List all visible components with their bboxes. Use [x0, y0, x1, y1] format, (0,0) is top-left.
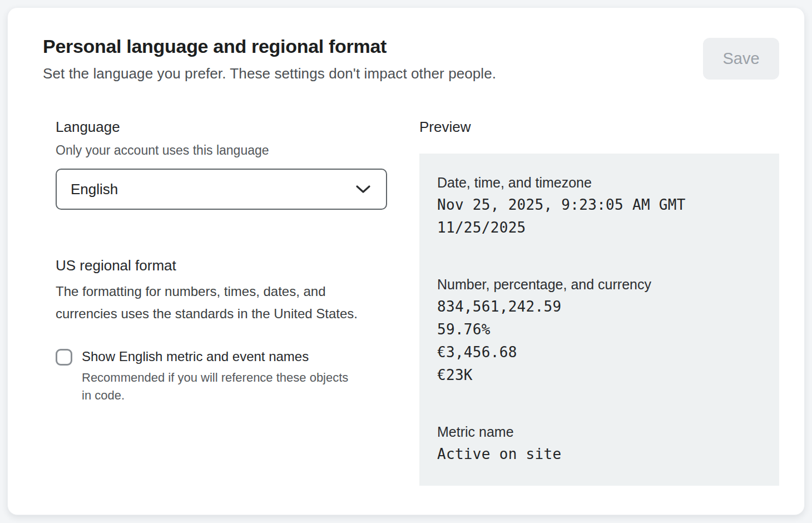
- language-description: Only your account uses this language: [56, 143, 387, 158]
- preview-value: Nov 25, 2025, 9:23:05 AM GMT: [437, 194, 761, 216]
- preview-value: €23K: [437, 364, 761, 387]
- checkbox-label: Show English metric and event names: [82, 347, 349, 366]
- preview-value: 11/25/2025: [437, 216, 761, 239]
- page-title: Personal language and regional format: [43, 36, 496, 57]
- preview-heading: Preview: [419, 118, 779, 136]
- chevron-down-icon: [355, 184, 371, 194]
- preview-value: Active on site: [437, 443, 761, 466]
- card-header: Personal language and regional format Se…: [36, 36, 779, 82]
- language-heading: Language: [56, 118, 387, 136]
- preview-panel: Date, time, and timezone Nov 25, 2025, 9…: [419, 154, 779, 486]
- settings-card: Personal language and regional format Se…: [7, 7, 805, 515]
- metric-names-checkbox-row[interactable]: Show English metric and event names Reco…: [56, 347, 387, 404]
- regional-format-description: The formatting for numbers, times, dates…: [56, 280, 387, 325]
- page-subtitle: Set the language you prefer. These setti…: [43, 65, 496, 82]
- preview-column: Preview Date, time, and timezone Nov 25,…: [419, 118, 779, 486]
- preview-group-label: Number, percentage, and currency: [437, 273, 761, 295]
- language-section: Language Only your account uses this lan…: [56, 118, 387, 210]
- metric-names-checkbox[interactable]: [56, 349, 72, 366]
- regional-format-heading: US regional format: [56, 256, 387, 274]
- preview-group-label: Metric name: [437, 421, 761, 443]
- language-select[interactable]: English: [56, 169, 387, 210]
- preview-group-metric: Metric name Active on site: [437, 421, 761, 466]
- preview-group-datetime: Date, time, and timezone Nov 25, 2025, 9…: [437, 171, 761, 239]
- save-button[interactable]: Save: [703, 38, 779, 80]
- preview-value: 834,561,242.59: [437, 295, 761, 318]
- settings-left-column: Language Only your account uses this lan…: [56, 118, 387, 486]
- checkbox-text-block: Show English metric and event names Reco…: [82, 347, 349, 404]
- settings-columns: Language Only your account uses this lan…: [36, 118, 779, 486]
- preview-value: €3,456.68: [437, 341, 761, 364]
- regional-format-section: US regional format The formatting for nu…: [56, 256, 387, 404]
- checkbox-help-text: Recommended if you will reference these …: [82, 369, 349, 404]
- preview-group-number: Number, percentage, and currency 834,561…: [437, 273, 761, 387]
- header-text-block: Personal language and regional format Se…: [36, 36, 496, 82]
- language-select-value: English: [71, 181, 118, 198]
- preview-group-label: Date, time, and timezone: [437, 171, 761, 194]
- preview-value: 59.76%: [437, 318, 761, 341]
